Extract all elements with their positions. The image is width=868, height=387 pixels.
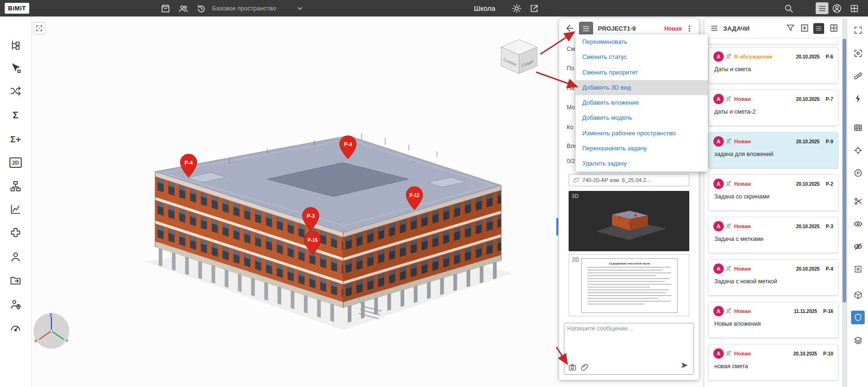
user-icon[interactable] [6, 247, 25, 266]
user-location-icon[interactable] [6, 295, 25, 314]
add-task-icon[interactable] [800, 24, 809, 33]
priority-icon [726, 138, 732, 145]
view-2d-icon[interactable]: 2D [6, 153, 25, 172]
axis-gizmo[interactable]: Z X Y [33, 312, 70, 350]
eye-icon[interactable] [851, 217, 865, 231]
tasks-panel-title: ЗАДАЧИ [723, 25, 750, 32]
panel-resize-handle[interactable] [556, 218, 558, 236]
connections-icon[interactable] [6, 82, 25, 100]
preview-2d[interactable]: 2D Содержание текстовой части [569, 254, 689, 316]
select-pointer-icon[interactable] [6, 58, 25, 77]
pin-r12[interactable]: Р-12 [405, 186, 423, 211]
task-card[interactable]: А Новая 20.10.2025 Р-2 Задача со скринам… [708, 174, 838, 211]
tasks-scrollbar-thumb[interactable] [843, 39, 846, 303]
attach-photo-icon[interactable] [568, 363, 577, 371]
eye-off-icon[interactable] [851, 239, 865, 253]
navigation-cube[interactable]: Слева Сзади [496, 37, 542, 77]
share-icon[interactable] [529, 2, 539, 14]
task-card-selected[interactable]: А Новая 20.10.2025 Р-9 задача для вложен… [708, 132, 838, 168]
section-cut-icon[interactable] [851, 194, 865, 208]
cube-icon[interactable] [851, 288, 865, 302]
task-card[interactable]: А Новая 20.10.2025 Р-7 даты и смета-2 [708, 90, 838, 126]
view-list-toggle[interactable] [816, 2, 828, 14]
pin-r4-b[interactable]: Р-4 [339, 135, 357, 160]
left-tool-sidebar: Σ Σ+ 2D [0, 16, 32, 387]
message-input[interactable] [567, 325, 691, 359]
task-card[interactable]: А В обсуждении 20.10.2025 Р-6 Даты и сме… [708, 47, 838, 83]
menu-item-reassign-task[interactable]: Переназначить задачу [576, 141, 708, 156]
graphs-icon[interactable] [6, 200, 25, 219]
field-label: Мо [567, 104, 575, 111]
status-badge: Новая [734, 266, 751, 272]
kebab-menu-icon[interactable]: ⋮ [686, 24, 693, 33]
menu-item-change-status[interactable]: Сменить статус [576, 49, 708, 65]
shield-icon[interactable] [851, 311, 865, 324]
paperclip-icon [573, 177, 579, 183]
deselect-icon[interactable] [851, 262, 865, 276]
history-icon[interactable] [196, 2, 207, 14]
view-table-toggle[interactable] [829, 24, 838, 33]
model-viewport[interactable] [32, 16, 556, 387]
fit-view-button[interactable] [33, 22, 45, 34]
model-tree-icon[interactable] [6, 36, 25, 55]
plugins-icon[interactable] [6, 223, 25, 242]
task-card[interactable]: А Новая 11.11.2025 Р-16 Новые вложения [708, 302, 838, 338]
task-menu-button[interactable] [579, 22, 593, 36]
clash-p-icon[interactable]: P [851, 166, 865, 180]
menu-item-change-workspace[interactable]: Изменить рабочее пространство [576, 126, 708, 141]
menu-item-delete-task[interactable]: Удалить задачу [576, 156, 708, 171]
menu-item-add-model[interactable]: Добавить модель [576, 110, 708, 125]
back-button[interactable] [564, 23, 574, 33]
menu-item-change-priority[interactable]: Сменить приоритет [576, 65, 708, 80]
send-message-icon[interactable] [680, 361, 689, 371]
workspace-dropdown[interactable]: Базовое пространство [212, 2, 276, 14]
layers-icon[interactable] [851, 333, 865, 347]
svg-text:Р-3: Р-3 [306, 213, 314, 219]
view-cards-toggle[interactable] [813, 23, 824, 34]
field-label: По [567, 65, 574, 72]
dashboard-gauge-icon[interactable] [6, 318, 25, 337]
chevron-down-icon[interactable] [296, 2, 304, 14]
task-card-title: Даты и смета [713, 66, 833, 73]
filter-icon[interactable] [786, 24, 795, 33]
shared-folder-icon[interactable] [6, 271, 25, 290]
priority-icon [726, 223, 732, 230]
attach-file-icon[interactable] [580, 363, 589, 371]
task-id: Р-3 [826, 224, 833, 229]
priority-icon [726, 181, 732, 187]
locate-target-icon[interactable] [851, 143, 865, 157]
capture-region-icon[interactable] [851, 46, 865, 60]
app-logo[interactable]: BiMiT [5, 3, 29, 14]
sum-plus-icon[interactable]: Σ+ [6, 130, 25, 149]
pin-r4-a[interactable]: Р-4 [180, 154, 198, 178]
save-model-icon[interactable] [160, 2, 171, 14]
settings-gear-icon[interactable] [512, 2, 522, 14]
tasks-menu-icon[interactable] [710, 24, 719, 33]
attachment-item[interactable]: 740-20-АР изм. 6_25.04.2... [569, 174, 689, 186]
menu-item-add-3d-view[interactable]: Добавить 3D вид [576, 80, 708, 95]
fit-screen-icon[interactable] [851, 23, 865, 37]
table-icon[interactable] [851, 121, 865, 134]
pin-r3[interactable]: Р-3 [302, 207, 320, 231]
avatar: А [713, 306, 724, 316]
preview-3d-label: 3D [571, 193, 579, 199]
search-icon[interactable] [784, 2, 794, 14]
apps-grid-icon[interactable] [850, 2, 859, 14]
ruler-icon[interactable] [851, 69, 865, 82]
priority-icon [726, 53, 732, 60]
status-badge: В обсуждении [734, 54, 772, 59]
menu-item-add-attachment[interactable]: Добавить вложение [576, 95, 708, 110]
task-card[interactable]: А Новая 20.10.2025 Р-3 Задача с метками [708, 217, 838, 253]
profile-icon[interactable] [832, 2, 842, 14]
structure-icon[interactable] [6, 177, 25, 196]
svg-text:X: X [34, 338, 37, 343]
sum-icon[interactable]: Σ [6, 106, 25, 124]
team-icon[interactable] [178, 2, 189, 14]
pin-r15[interactable]: Р-15 [304, 231, 322, 255]
task-card[interactable]: А Новая 20.10.2025 Р-4 Задача с новой ме… [708, 259, 838, 296]
flash-icon[interactable] [851, 91, 865, 105]
task-card[interactable]: А Новая 20.10.2025 Р-10 новая смета [708, 344, 838, 380]
task-id: Р-6 [826, 54, 833, 59]
menu-item-rename[interactable]: Переименовать [576, 34, 708, 49]
preview-3d[interactable]: 3D [569, 191, 689, 251]
